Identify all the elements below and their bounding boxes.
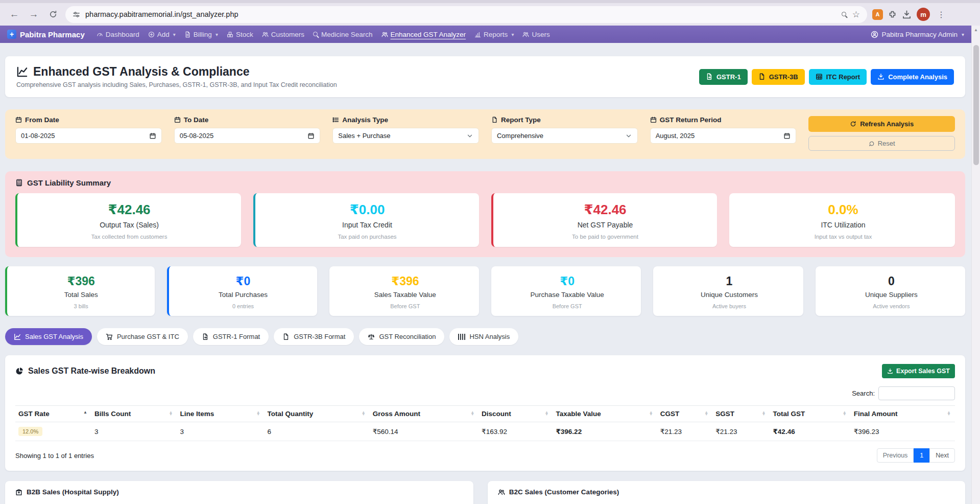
brand[interactable]: + Pabitra Pharmacy xyxy=(7,30,85,39)
scrollbar-thumb[interactable] xyxy=(973,45,979,165)
tab-gstr1-format[interactable]: GSTR-1 Format xyxy=(193,328,269,345)
liability-label: Net GST Payable xyxy=(498,221,712,229)
nav-item-medicine-search[interactable]: Medicine Search xyxy=(313,31,373,38)
itc-report-button[interactable]: ITC Report xyxy=(809,69,867,85)
chevron-down-icon xyxy=(466,132,473,140)
table-header-row: Hospital GST No. Bills Taxable Value Tot… xyxy=(15,501,463,504)
pagination-page-1[interactable]: 1 xyxy=(914,448,929,463)
extension-icon[interactable]: A xyxy=(872,9,883,20)
liability-sublabel: Tax paid on purchases xyxy=(260,234,474,240)
report-type-select[interactable]: Comprehensive xyxy=(491,128,638,144)
user-menu[interactable]: Pabitra Pharmacy Admin ▾ xyxy=(871,31,964,38)
page-subtitle: Comprehensive GST analysis including Sal… xyxy=(16,81,337,88)
datepicker-icon[interactable] xyxy=(783,132,791,140)
tab-label: Purchase GST & ITC xyxy=(117,333,179,340)
tab-hsn-analysis[interactable]: HSN Analysis xyxy=(449,328,518,345)
pagination-previous[interactable]: Previous xyxy=(877,448,914,463)
reload-icon[interactable] xyxy=(46,7,60,21)
browser-profile-avatar[interactable]: m xyxy=(917,8,930,21)
url-text[interactable]: pharmacy.pabitramemorial.in/gst_analyzer… xyxy=(85,10,836,18)
analysis-tabs: Sales GST Analysis Purchase GST & ITC GS… xyxy=(5,328,965,345)
refresh-analysis-button[interactable]: Refresh Analysis xyxy=(808,116,955,132)
export-sales-gst-button[interactable]: Export Sales GST xyxy=(882,364,955,378)
users-icon xyxy=(522,31,529,38)
col-total-gst[interactable]: Total GST▲▼ xyxy=(770,406,850,422)
nav-item-stock[interactable]: Stock xyxy=(227,31,253,38)
table-info: Showing 1 to 1 of 1 entries xyxy=(15,452,94,460)
col-line-items[interactable]: Line Items▲▼ xyxy=(177,406,264,422)
gstr1-button[interactable]: GSTR-1 xyxy=(699,69,748,85)
page-scrollbar[interactable]: ▲ xyxy=(971,26,980,504)
from-date-input[interactable]: 01-08-2025 xyxy=(15,128,162,144)
b2b-sales-card: B2B Sales (Hospital Supply) Hospital GST… xyxy=(5,481,473,504)
col-taxable-value[interactable]: Taxable Value▲▼ xyxy=(553,406,657,422)
return-period-input[interactable]: August, 2025 xyxy=(650,128,797,144)
search-icon xyxy=(313,32,319,37)
filter-actions: Refresh Analysis Reset xyxy=(808,116,955,151)
nav-item-users[interactable]: Users xyxy=(522,31,549,38)
nav-item-add[interactable]: Add ▾ xyxy=(148,31,176,38)
filter-label-row: From Date xyxy=(15,116,162,124)
nav-item-customers[interactable]: Customers xyxy=(262,31,304,38)
gstr3b-button[interactable]: GSTR-3B xyxy=(752,69,805,85)
nav-item-gst-analyzer[interactable]: Enhanced GST Analyzer xyxy=(381,31,466,38)
stat-sublabel: 3 bills xyxy=(11,303,151,309)
zoom-page-icon[interactable] xyxy=(842,12,847,17)
chart-line-icon xyxy=(16,66,28,78)
datepicker-icon[interactable] xyxy=(307,132,315,140)
filter-label-row: GST Return Period xyxy=(650,116,797,124)
sort-asc-icon: ▲▼ xyxy=(83,411,87,417)
pagination-next[interactable]: Next xyxy=(929,448,955,463)
stat-label: Total Purchases xyxy=(173,291,313,299)
downloads-icon[interactable] xyxy=(902,10,912,19)
browser-menu-icon[interactable]: ⋮ xyxy=(935,10,947,19)
nav-item-reports[interactable]: Reports ▾ xyxy=(474,31,514,38)
bookmark-star-icon[interactable]: ☆ xyxy=(852,10,860,19)
complete-analysis-button[interactable]: Complete Analysis xyxy=(871,69,954,85)
nav-item-dashboard[interactable]: Dashboard xyxy=(97,31,139,38)
col-sgst[interactable]: SGST▲▼ xyxy=(712,406,770,422)
address-bar[interactable]: pharmacy.pabitramemorial.in/gst_analyzer… xyxy=(65,6,867,23)
scrollbar-up-arrow-icon[interactable]: ▲ xyxy=(972,26,980,34)
back-icon[interactable]: ← xyxy=(7,7,21,21)
search-input[interactable] xyxy=(878,386,955,400)
filter-label-row: Analysis Type xyxy=(332,116,479,124)
to-date-input[interactable]: 05-08-2025 xyxy=(174,128,321,144)
liability-title: GST Liability Summary xyxy=(27,178,111,187)
liability-sublabel: Tax collected from customers xyxy=(22,234,236,240)
col-discount[interactable]: Discount▲▼ xyxy=(479,406,553,422)
tab-purchase-gst-itc[interactable]: Purchase GST & ITC xyxy=(97,328,188,345)
col-taxable-value: Taxable Value xyxy=(708,501,809,504)
cart-icon xyxy=(106,333,113,340)
liability-value: ₹42.46 xyxy=(22,202,236,218)
col-final-amount[interactable]: Final Amount▲▼ xyxy=(851,406,955,422)
tab-sales-gst-analysis[interactable]: Sales GST Analysis xyxy=(5,328,92,345)
site-info-icon[interactable] xyxy=(73,11,80,18)
tab-gst-reconciliation[interactable]: GST Reconciliation xyxy=(359,328,444,345)
cell-line-items: 3 xyxy=(177,422,264,441)
col-hospital: Hospital xyxy=(15,501,168,504)
col-gst-rate[interactable]: GST Rate▲▼ xyxy=(15,406,91,422)
analysis-type-select[interactable]: Sales + Purchase xyxy=(332,128,479,144)
tab-label: Sales GST Analysis xyxy=(25,333,83,340)
column-label: CGST xyxy=(660,410,680,418)
cell-bills-count: 3 xyxy=(91,422,177,441)
col-total-quantity[interactable]: Total Quantity▲▼ xyxy=(265,406,370,422)
col-gross-amount[interactable]: Gross Amount▲▼ xyxy=(370,406,479,422)
tab-gstr3b-format[interactable]: GSTR-3B Format xyxy=(274,328,354,345)
extensions-puzzle-icon[interactable] xyxy=(888,10,897,19)
forward-icon[interactable]: → xyxy=(27,7,41,21)
filter-report-type: Report Type Comprehensive xyxy=(491,116,638,151)
filter-analysis-type: Analysis Type Sales + Purchase xyxy=(332,116,479,151)
sort-icon: ▲▼ xyxy=(704,411,708,417)
reset-button[interactable]: Reset xyxy=(808,136,955,151)
chevron-down-icon xyxy=(625,132,632,140)
datepicker-icon[interactable] xyxy=(149,132,156,140)
chevron-down-icon: ▾ xyxy=(216,32,218,37)
col-cgst[interactable]: CGST▲▼ xyxy=(657,406,713,422)
col-bills-count[interactable]: Bills Count▲▼ xyxy=(91,406,177,422)
gst-liability-summary: GST Liability Summary ₹42.46 Output Tax … xyxy=(5,171,965,257)
nav-item-billing[interactable]: Billing ▾ xyxy=(184,31,218,38)
input-value: August, 2025 xyxy=(656,132,695,140)
sync-icon xyxy=(850,121,856,127)
